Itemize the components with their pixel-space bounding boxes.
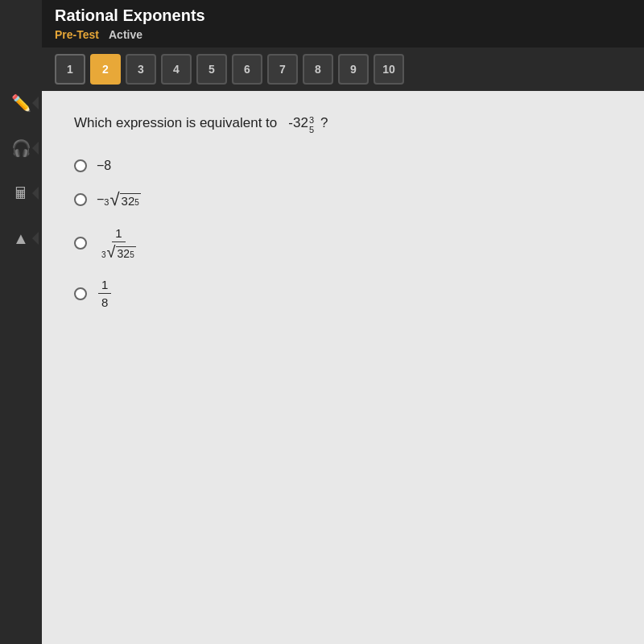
tab-10[interactable]: 10 — [374, 54, 404, 85]
pencil-icon[interactable]: ✏️ — [6, 89, 35, 118]
tab-6[interactable]: 6 — [232, 54, 262, 85]
question-prompt: Which expression is equivalent to — [74, 115, 277, 131]
choice-d-fraction: 1 8 — [98, 278, 111, 309]
radical-exp-b: 5 — [134, 198, 139, 207]
choice-d-content: 1 8 — [97, 278, 113, 309]
answer-b[interactable]: − 3√325 — [74, 191, 612, 208]
exp-numerator: 3 — [309, 115, 314, 125]
main-content: Rational Exponents Pre-Test Active 1 2 3… — [42, 0, 644, 644]
radical-content-b: 325 — [120, 193, 141, 208]
radio-c[interactable] — [74, 237, 87, 250]
tab-1[interactable]: 1 — [55, 54, 85, 85]
radical-sign-b: √ — [109, 191, 119, 208]
choice-b-radical: 3√325 — [104, 191, 140, 208]
radical-exp-c: 5 — [130, 250, 134, 259]
tab-9[interactable]: 9 — [338, 54, 369, 85]
fraction-denominator-c: 3√325 — [98, 242, 139, 260]
answer-c[interactable]: 1 3√325 — [74, 226, 612, 260]
calculator-icon[interactable]: 🖩 — [6, 179, 35, 208]
tab-5[interactable]: 5 — [196, 54, 227, 85]
radical-sign-c: √ — [107, 244, 116, 260]
headphones-icon[interactable]: 🎧 — [6, 134, 35, 163]
choice-a-content: −8 — [97, 159, 111, 173]
expression-exponent: 35 — [309, 115, 314, 134]
exp-denominator: 5 — [309, 125, 314, 134]
expression-base: -32 — [288, 115, 308, 131]
tab-2[interactable]: 2 — [90, 54, 121, 85]
radio-a[interactable] — [74, 159, 87, 172]
choice-c-fraction: 1 3√325 — [98, 226, 139, 260]
choice-b-negative: − — [97, 192, 104, 207]
answer-d[interactable]: 1 8 — [74, 278, 612, 309]
fraction-denominator-d: 8 — [98, 294, 111, 309]
radical-index-b: 3 — [104, 197, 109, 207]
tab-3[interactable]: 3 — [126, 54, 156, 85]
page-title: Rational Exponents — [55, 6, 631, 25]
pretest-label: Pre-Test — [55, 28, 99, 41]
content-meta: Pre-Test Active — [55, 25, 631, 44]
content-header: Rational Exponents Pre-Test Active — [42, 0, 644, 47]
choice-a-text: −8 — [97, 159, 111, 173]
radio-d[interactable] — [74, 287, 87, 300]
radical-content-c: 325 — [116, 246, 136, 260]
radio-b[interactable] — [74, 193, 87, 206]
sidebar: ✏️ 🎧 🖩 ▲ — [0, 0, 42, 644]
choice-c-content: 1 3√325 — [97, 226, 141, 260]
fraction-numerator-d: 1 — [98, 278, 111, 294]
question-text: Which expression is equivalent to -3235 … — [74, 115, 612, 134]
fraction-numerator-c: 1 — [112, 226, 125, 242]
question-expression: -3235 — [288, 115, 314, 134]
up-arrow-icon[interactable]: ▲ — [6, 224, 35, 253]
radical-index-c: 3 — [101, 250, 106, 259]
choice-b-content: − 3√325 — [97, 191, 141, 208]
question-tabs: 1 2 3 4 5 6 7 8 9 10 — [42, 47, 644, 91]
answer-a[interactable]: −8 — [74, 159, 612, 173]
tab-8[interactable]: 8 — [303, 54, 333, 85]
question-mark: ? — [320, 115, 328, 131]
tab-7[interactable]: 7 — [267, 54, 298, 85]
status-badge: Active — [109, 28, 142, 41]
question-area: Which expression is equivalent to -3235 … — [42, 91, 644, 644]
tab-4[interactable]: 4 — [161, 54, 192, 85]
